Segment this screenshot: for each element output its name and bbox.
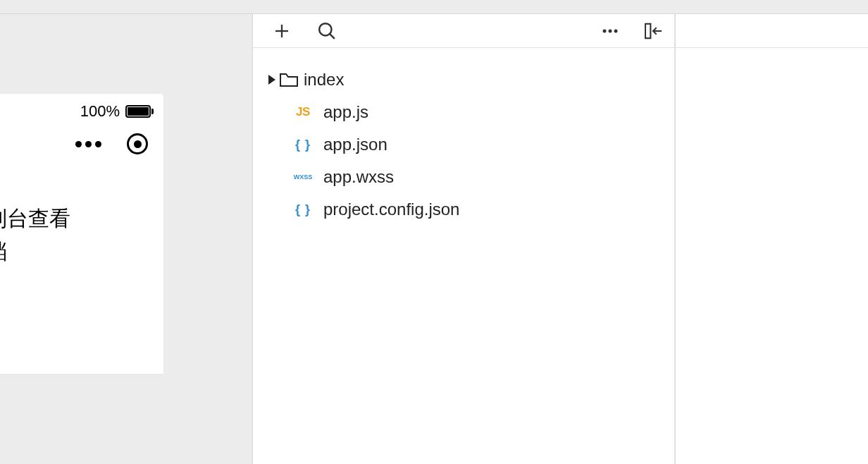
- file-explorer: index JS app.js { } app.json WXSS app.wx…: [252, 14, 675, 464]
- target-icon[interactable]: [127, 133, 148, 154]
- svg-point-4: [603, 29, 607, 32]
- file-item[interactable]: { } app.json: [253, 128, 674, 161]
- editor-toolbar: [676, 14, 868, 48]
- more-dots-icon[interactable]: [75, 141, 101, 147]
- chevron-right-icon: [266, 75, 278, 85]
- main-area: 100% 制台查看 档: [0, 14, 868, 464]
- svg-marker-9: [268, 75, 275, 85]
- svg-line-3: [330, 34, 335, 39]
- folder-item[interactable]: index: [253, 63, 674, 96]
- file-item[interactable]: JS app.js: [253, 96, 674, 128]
- folder-icon: [278, 72, 299, 87]
- app-top-bar: [0, 0, 868, 14]
- toolbar-left: [264, 22, 336, 40]
- folder-name: index: [304, 70, 344, 90]
- file-name: project.config.json: [323, 200, 459, 219]
- svg-point-5: [609, 29, 612, 32]
- phone-capsule-row: [0, 125, 163, 163]
- json-file-icon: { }: [288, 138, 318, 152]
- add-icon[interactable]: [273, 22, 291, 40]
- battery-icon: [125, 105, 151, 118]
- simulator-panel: 100% 制台查看 档: [0, 14, 252, 464]
- phone-status-bar: 100%: [0, 94, 163, 125]
- wxss-file-icon: WXSS: [288, 173, 318, 181]
- file-name: app.js: [323, 102, 368, 122]
- editor-panel: [675, 14, 868, 464]
- file-name: app.wxss: [323, 167, 394, 187]
- more-options-icon[interactable]: [601, 22, 619, 40]
- phone-content: 制台查看 档: [0, 163, 163, 374]
- svg-point-6: [614, 29, 618, 32]
- collapse-panel-icon[interactable]: [645, 22, 663, 40]
- content-line: 档: [0, 236, 163, 269]
- file-item[interactable]: WXSS app.wxss: [253, 161, 674, 193]
- file-name: app.json: [323, 135, 388, 154]
- content-line: 制台查看: [0, 202, 163, 236]
- json-file-icon: { }: [288, 202, 318, 217]
- phone-frame: 100% 制台查看 档: [0, 94, 163, 374]
- file-tree: index JS app.js { } app.json WXSS app.wx…: [253, 48, 674, 241]
- battery-fill: [128, 107, 149, 116]
- search-icon[interactable]: [318, 22, 336, 40]
- file-item[interactable]: { } project.config.json: [253, 193, 674, 226]
- toolbar-right: [601, 22, 663, 40]
- svg-point-2: [319, 23, 331, 35]
- svg-rect-7: [645, 23, 650, 37]
- explorer-toolbar: [253, 14, 674, 48]
- js-file-icon: JS: [288, 105, 318, 119]
- battery-percent: 100%: [80, 102, 120, 121]
